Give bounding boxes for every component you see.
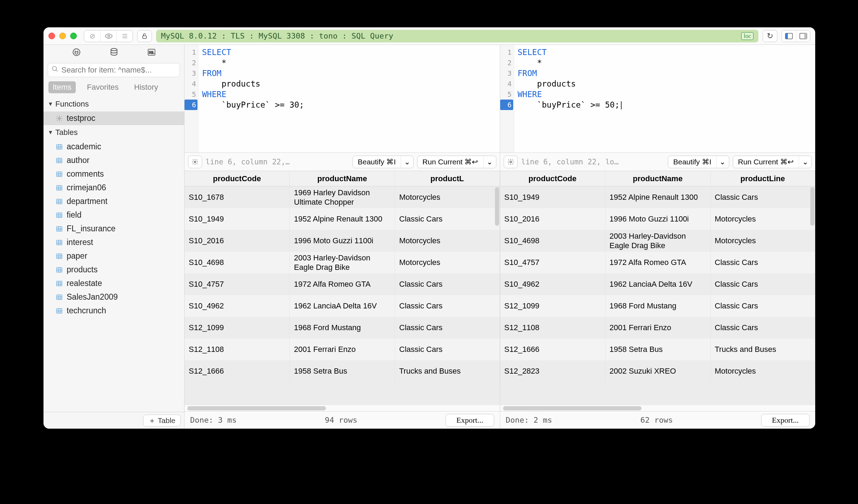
table-cell[interactable]: 1952 Alpine Renault 1300 xyxy=(290,208,395,230)
sidebar-item-academic[interactable]: academic xyxy=(43,140,184,154)
sidebar-search[interactable] xyxy=(48,63,180,77)
database-icon[interactable] xyxy=(109,48,119,58)
stop-icon[interactable]: ⊘ xyxy=(84,30,100,42)
table-row[interactable]: S12_16661958 Setra BusTrucks and Buses xyxy=(185,360,500,382)
table-cell[interactable]: Classic Cars xyxy=(395,339,500,360)
table-cell[interactable]: S10_4962 xyxy=(185,295,290,317)
vertical-scrollbar[interactable] xyxy=(810,187,815,226)
sql-editor[interactable]: 123456SELECT *FROM productsWHERE `buyPri… xyxy=(500,45,816,153)
tab-history[interactable]: History xyxy=(130,81,162,93)
chevron-down-icon[interactable]: ⌄ xyxy=(401,156,413,168)
chevron-down-icon[interactable]: ⌄ xyxy=(483,156,496,168)
table-cell[interactable]: 1996 Moto Guzzi 1100i xyxy=(290,230,395,252)
sidebar-item-crimejan06[interactable]: crimejan06 xyxy=(43,181,184,195)
table-cell[interactable]: 2001 Ferrari Enzo xyxy=(605,317,711,339)
export-button[interactable]: Export... xyxy=(761,414,810,427)
table-cell[interactable]: Classic Cars xyxy=(711,186,816,208)
settings-button[interactable] xyxy=(188,156,202,168)
sidebar-item-realestate[interactable]: realestate xyxy=(43,277,184,290)
column-productCode[interactable]: productCode xyxy=(185,171,290,186)
table-cell[interactable]: S10_4757 xyxy=(185,273,290,295)
table-row[interactable]: S12_28232002 Suzuki XREOMotorcycles xyxy=(500,360,816,382)
table-cell[interactable]: 1969 Harley Davidson Ultimate Chopper xyxy=(290,186,395,208)
table-cell[interactable]: 2001 Ferrari Enzo xyxy=(290,339,395,360)
run-button[interactable]: Run Current ⌘↩ ⌄ xyxy=(733,156,812,168)
search-input[interactable] xyxy=(61,66,176,75)
section-functions[interactable]: ▼ Functions xyxy=(43,97,184,111)
table-cell[interactable]: 1996 Moto Guzzi 1100i xyxy=(605,208,711,230)
chevron-down-icon[interactable]: ⌄ xyxy=(716,156,729,168)
horizontal-scrollbar[interactable] xyxy=(500,405,816,411)
table-row[interactable]: S10_19491952 Alpine Renault 1300Classic … xyxy=(500,186,816,208)
tab-favorites[interactable]: Favorites xyxy=(83,81,123,93)
table-cell[interactable]: 1962 LanciaA Delta 16V xyxy=(290,295,395,317)
column-productL[interactable]: productL xyxy=(395,171,500,186)
table-row[interactable]: S10_46982003 Harley-Davidson Eagle Drag … xyxy=(500,230,816,252)
settings-button[interactable] xyxy=(504,156,518,168)
table-row[interactable]: S12_11082001 Ferrari EnzoClassic Cars xyxy=(185,339,500,360)
table-row[interactable]: S10_47571972 Alfa Romeo GTAClassic Cars xyxy=(500,252,816,273)
sidebar-item-department[interactable]: department xyxy=(43,195,184,208)
sidebar-item-products[interactable]: products xyxy=(43,263,184,277)
table-cell[interactable]: S12_1666 xyxy=(500,339,605,360)
table-row[interactable]: S10_20161996 Moto Guzzi 1100iMotorcycles xyxy=(185,230,500,252)
left-panel-toggle[interactable] xyxy=(782,30,796,42)
table-cell[interactable]: S10_4962 xyxy=(500,273,605,295)
table-cell[interactable]: S12_1108 xyxy=(500,317,605,339)
lock-button[interactable] xyxy=(137,30,152,42)
table-cell[interactable]: S10_1949 xyxy=(185,208,290,230)
table-cell[interactable]: S12_1108 xyxy=(185,339,290,360)
table-cell[interactable]: S12_1099 xyxy=(500,295,605,317)
sidebar-item-salesjan2009[interactable]: SalesJan2009 xyxy=(43,290,184,304)
beautify-button[interactable]: Beautify ⌘I ⌄ xyxy=(353,156,414,168)
right-panel-toggle[interactable] xyxy=(796,30,810,42)
export-button[interactable]: Export... xyxy=(445,414,494,427)
connection-bar[interactable]: MySQL 8.0.12 : TLS : MySQL 3308 : tono :… xyxy=(156,30,758,42)
column-productName[interactable]: productName xyxy=(290,171,395,186)
close-icon[interactable] xyxy=(48,33,55,39)
table-cell[interactable]: Classic Cars xyxy=(395,273,500,295)
sql-editor[interactable]: 123456SELECT *FROM productsWHERE `buyPri… xyxy=(185,45,500,153)
table-row[interactable]: S12_10991968 Ford MustangClassic Cars xyxy=(500,295,816,317)
table-cell[interactable]: Classic Cars xyxy=(395,317,500,339)
table-cell[interactable]: Classic Cars xyxy=(711,317,816,339)
table-cell[interactable]: 1968 Ford Mustang xyxy=(290,317,395,339)
table-cell[interactable]: S10_1678 xyxy=(185,186,290,208)
table-cell[interactable]: 1952 Alpine Renault 1300 xyxy=(605,186,711,208)
tab-items[interactable]: Items xyxy=(48,81,76,93)
table-row[interactable]: S10_20161996 Moto Guzzi 1100iMotorcycles xyxy=(500,208,816,230)
table-cell[interactable]: Classic Cars xyxy=(711,273,816,295)
sql-icon[interactable]: SQL xyxy=(147,48,156,58)
table-cell[interactable]: 1958 Setra Bus xyxy=(605,339,711,360)
plug-icon[interactable] xyxy=(72,48,81,58)
table-cell[interactable]: Trucks and Buses xyxy=(711,339,816,360)
add-table-button[interactable]: ＋ Table xyxy=(143,415,181,427)
table-row[interactable]: S10_19491952 Alpine Renault 1300Classic … xyxy=(185,208,500,230)
table-cell[interactable]: Motorcycles xyxy=(395,252,500,273)
table-cell[interactable]: 1972 Alfa Romeo GTA xyxy=(290,273,395,295)
table-cell[interactable]: 1962 LanciaA Delta 16V xyxy=(605,273,711,295)
table-cell[interactable]: 2003 Harley-Davidson Eagle Drag Bike xyxy=(605,230,711,252)
table-cell[interactable]: 2003 Harley-Davidson Eagle Drag Bike xyxy=(290,252,395,273)
chevron-down-icon[interactable]: ⌄ xyxy=(799,156,811,168)
sidebar-item-paper[interactable]: paper xyxy=(43,249,184,263)
table-cell[interactable]: S10_4698 xyxy=(185,252,290,273)
sidebar-item-fl_insurance[interactable]: FL_insurance xyxy=(43,222,184,236)
zoom-icon[interactable] xyxy=(70,33,77,39)
table-cell[interactable]: Motorcycles xyxy=(395,186,500,208)
table-cell[interactable]: 2002 Suzuki XREO xyxy=(605,360,711,382)
table-cell[interactable]: Classic Cars xyxy=(711,295,816,317)
table-cell[interactable]: 1972 Alfa Romeo GTA xyxy=(605,252,711,273)
table-cell[interactable]: Motorcycles xyxy=(711,360,816,382)
sidebar-item-author[interactable]: author xyxy=(43,154,184,167)
table-cell[interactable]: Classic Cars xyxy=(711,252,816,273)
sidebar-item-comments[interactable]: comments xyxy=(43,167,184,181)
table-body[interactable]: S10_19491952 Alpine Renault 1300Classic … xyxy=(500,186,816,405)
table-row[interactable]: S10_47571972 Alfa Romeo GTAClassic Cars xyxy=(185,273,500,295)
table-cell[interactable]: Classic Cars xyxy=(395,208,500,230)
table-cell[interactable]: S10_2016 xyxy=(185,230,290,252)
sidebar-item-field[interactable]: field xyxy=(43,208,184,222)
table-cell[interactable]: Classic Cars xyxy=(395,295,500,317)
table-row[interactable]: S10_16781969 Harley Davidson Ultimate Ch… xyxy=(185,186,500,208)
column-productLine[interactable]: productLine xyxy=(711,171,816,186)
